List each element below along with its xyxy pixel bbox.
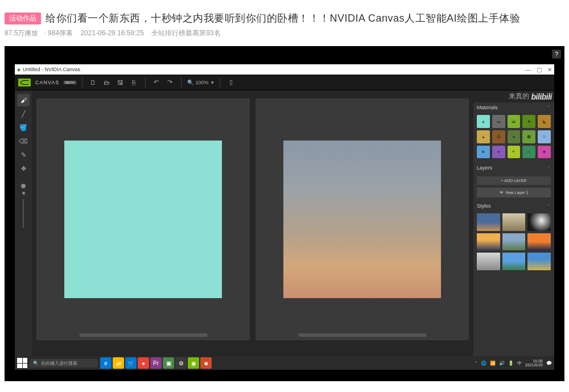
canvas-workspace [32,90,473,356]
brush-size-large-icon[interactable] [21,184,26,188]
eraser-tool-icon[interactable]: ⌫ [17,135,30,147]
minimize-button[interactable]: — [525,67,531,73]
style-thumbnail[interactable] [502,253,526,270]
tray-volume-icon[interactable]: 🔊 [499,361,505,366]
material-swatch[interactable]: ▲ [477,130,490,143]
taskbar-clock[interactable]: 16:08 2021/6/29 [525,359,543,367]
export-icon[interactable]: ⎘ [129,77,139,88]
taskbar-search[interactable]: 🔍 在此键入进行搜索 [30,359,98,368]
output-canvas[interactable] [255,98,469,340]
system-tray[interactable]: ˄ 🌐 📶 🔊 🔋 中 16:08 2021/6/29 💬 [475,359,552,367]
eyedropper-tool-icon[interactable]: ✎ [17,148,30,161]
style-thumbnail[interactable] [477,233,500,250]
style-thumbnail[interactable] [502,233,526,251]
window-titlebar: ◆ Untitled - NVIDIA Canvas — ▢ ✕ [15,64,554,75]
tray-network-icon[interactable]: 🌐 [481,361,486,366]
zoom-value: 100% [196,80,209,85]
chevron-up-icon: ⌃ [547,166,551,171]
watermark-text: 来真的 [509,92,529,101]
windows-start-icon[interactable] [17,358,27,368]
material-swatch[interactable]: ✿ [492,130,505,143]
material-swatch[interactable]: ● [492,146,505,159]
taskbar-app-icon[interactable]: ● [138,357,149,369]
layers-header[interactable]: Layers ⌃ [473,163,554,173]
move-tool-icon[interactable]: ✥ [17,162,30,175]
app-icon: ◆ [17,67,20,72]
taskbar-app-icon[interactable]: ◉ [188,357,199,369]
notification-icon[interactable]: 💬 [546,361,552,366]
nvidia-logo-icon [18,79,31,86]
layer-name: New Layer 1 [506,191,528,195]
output-image [283,141,442,299]
materials-header[interactable]: Materials ⌃ [473,102,554,113]
brush-size-small-icon[interactable] [22,192,25,195]
taskbar-app-icon[interactable]: e [100,357,112,369]
video-player[interactable]: ? ◆ Untitled - NVIDIA Canvas — ▢ ✕ CANVA… [5,46,564,381]
styles-grid [473,211,554,273]
taskbar-app-icon[interactable]: ■ [200,357,212,369]
styles-title: Styles [477,203,491,209]
material-swatch[interactable]: ■ [538,146,551,159]
close-button[interactable]: ✕ [547,67,552,73]
material-swatch[interactable]: ♣ [522,115,535,128]
segmentation-image[interactable] [64,141,222,299]
layer-item[interactable]: 👁 New Layer 1 [477,188,551,197]
window-title: Untitled - NVIDIA Canvas [23,67,80,72]
fill-tool-icon[interactable]: 🪣 [17,121,30,134]
redo-icon[interactable]: ↷ [165,77,175,88]
brush-size-slider[interactable] [23,199,24,228]
material-swatch[interactable]: ◣ [538,115,551,128]
right-panel: 来真的 bilibili Materials ⌃ ▲☁⛰♣◣▲✿♠⬢≡■●✦⌂■… [473,90,554,356]
material-swatch[interactable]: ⌂ [522,146,535,159]
tray-wifi-icon[interactable]: 📶 [490,361,496,366]
nvidia-canvas-window: ◆ Untitled - NVIDIA Canvas — ▢ ✕ CANVAS … [15,64,554,370]
new-file-icon[interactable]: 🗋 [88,77,98,88]
material-swatch[interactable]: ♠ [508,130,521,143]
visibility-icon[interactable]: 👁 [500,191,504,195]
materials-grid: ▲☁⛰♣◣▲✿♠⬢≡■●✦⌂■ [473,113,554,163]
add-layer-button[interactable]: + ADD LAYER [477,176,551,185]
style-thumbnail[interactable] [502,213,526,231]
undo-icon[interactable]: ↶ [151,77,162,88]
zoom-control[interactable]: 🔍 100% ▾ [187,80,214,85]
danmu-count: 984弹幕 [48,29,73,37]
style-thumbnail[interactable] [527,213,551,231]
horizontal-scrollbar[interactable] [79,333,207,337]
activity-tag[interactable]: 活动作品 [5,13,41,24]
material-swatch[interactable]: ⬢ [522,130,535,143]
taskbar-app-icon[interactable]: Pr [150,357,162,369]
layout-icon[interactable]: ▯ [226,77,236,88]
tray-ime-icon[interactable]: 中 [517,360,522,366]
tray-chevron-icon[interactable]: ˄ [475,361,477,366]
style-thumbnail[interactable] [477,253,500,270]
material-swatch[interactable]: ■ [477,146,490,159]
material-swatch[interactable]: ≡ [538,130,551,143]
brush-tool-icon[interactable]: 🖌 [17,94,30,106]
tray-battery-icon[interactable]: 🔋 [508,361,514,366]
material-swatch[interactable]: ✦ [508,146,521,159]
save-icon[interactable]: 🖫 [116,77,126,88]
taskbar-app-icon[interactable]: ▣ [163,357,174,369]
style-thumbnail[interactable] [527,233,551,251]
style-thumbnail[interactable] [527,253,551,270]
taskbar-app-icon[interactable]: 📁 [113,357,124,369]
video-title: 给你们看一个新东西，十秒钟之内我要听到你们的卧槽！！！NVIDIA Canvas… [46,11,520,25]
chevron-down-icon: ▾ [211,80,214,85]
style-thumbnail[interactable] [477,213,500,230]
maximize-button[interactable]: ▢ [537,67,542,73]
horizontal-scrollbar[interactable] [298,333,426,337]
taskbar-app-icon[interactable]: 🛒 [125,357,137,369]
line-tool-icon[interactable]: ╱ [17,108,30,120]
open-file-icon[interactable]: 🗁 [102,77,112,88]
play-count: 87.5万播放 [5,29,38,37]
material-swatch[interactable]: ⛰ [508,115,521,128]
taskbar-app-icon[interactable]: ⚙ [175,357,187,369]
help-icon[interactable]: ? [552,49,561,59]
publish-time: 2021-06-29 16:59:25 [80,29,143,37]
video-meta: 87.5万播放· 984弹幕 2021-06-29 16:59:25 全站排行榜… [5,28,564,38]
chevron-up-icon: ⌃ [547,204,551,209]
material-swatch[interactable]: ☁ [492,115,505,128]
segmentation-canvas[interactable] [36,98,250,340]
material-swatch[interactable]: ▲ [477,115,490,128]
styles-header[interactable]: Styles ⌃ [473,201,554,211]
